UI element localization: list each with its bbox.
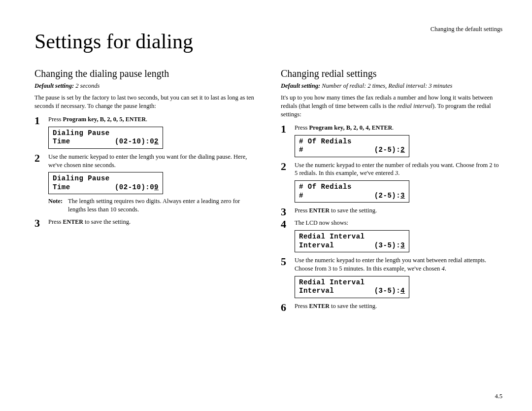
default-label: Default setting: [34, 82, 74, 89]
key-sequence: Program key, B, 2, 0, 5, [63, 116, 126, 123]
default-value: Number of redial: 2 times, Redial interv… [322, 82, 452, 89]
lcd-field-label: Interval [299, 241, 334, 250]
suffix-text: to save the setting. [330, 303, 377, 309]
lcd-field-label: Time [53, 183, 70, 192]
lcd-range: (02-10):0 [115, 183, 154, 191]
lcd-display-1: Dialing Pause Time (02-10):02 [48, 127, 163, 149]
lcd-line1: # Of Redials [299, 183, 405, 192]
page-title: Settings for dialing [34, 30, 502, 53]
step-text-a: The [295, 219, 306, 226]
right-step-3: Press ENTER to save the setting. [281, 206, 502, 215]
lcd-line2: Time (02-10):09 [53, 183, 159, 192]
lcd-display-4: # Of Redials # (2-5):3 [295, 180, 409, 203]
press-label: Press [48, 116, 63, 123]
lcd-field-label: # [299, 146, 303, 155]
note-label: Note: [48, 197, 63, 206]
enter-key: ENTER [309, 303, 330, 309]
enter-key: ENTER [309, 207, 330, 214]
lcd-field-label: # [299, 192, 303, 201]
lcd-field-label: Interval [299, 287, 334, 296]
content-columns: Changing the dialing pause length Defaul… [34, 68, 502, 314]
right-section-heading: Changing redial settings [281, 68, 502, 79]
right-step-1: Press Program key, B, 2, 0, 4, ENTER. # … [281, 124, 502, 157]
lcd-line2: # (2-5):3 [299, 192, 405, 201]
lcd-range: (2-5): [374, 146, 400, 154]
period: . [392, 124, 394, 131]
breadcrumb: Changing the default settings [431, 26, 502, 33]
right-steps-list: Press Program key, B, 2, 0, 4, ENTER. # … [281, 124, 502, 310]
left-section-heading: Changing the dialing pause length [34, 68, 256, 79]
lcd-cursor-value: 2 [154, 137, 159, 145]
suffix-text: to save the setting. [83, 218, 131, 225]
left-step-1: Press Program key, B, 2, 0, 5, ENTER. Di… [34, 115, 256, 149]
lcd-line1: Dialing Pause [53, 129, 159, 138]
default-value: 2 seconds [75, 82, 100, 89]
default-label: Default setting: [281, 82, 320, 89]
lcd-cursor-value: 3 [400, 192, 405, 200]
lcd-line2: Interval (3-5):4 [299, 287, 405, 296]
left-steps-list: Press Program key, B, 2, 0, 5, ENTER. Di… [34, 115, 256, 226]
enter-key: ENTER [372, 124, 392, 131]
right-step-6: Press ENTER to save the setting. [281, 302, 502, 310]
left-step-2: Use the numeric keypad to enter the leng… [34, 153, 256, 214]
lcd-display-3: # Of Redials # (2-5):2 [295, 135, 409, 157]
lcd-cursor-value: 3 [400, 241, 405, 249]
period: . [146, 116, 147, 123]
right-default-setting: Default setting: Number of redial: 2 tim… [281, 82, 502, 90]
left-step-3: Press ENTER to save the setting. [34, 218, 256, 226]
intro-emphasis: redial interval [397, 103, 432, 109]
lcd-line1: Dialing Pause [53, 174, 159, 183]
lcd-line2: Interval (3-5):3 [299, 241, 405, 250]
lcd-cursor-value: 4 [400, 287, 405, 295]
lcd-display-5: Redial Interval Interval (3-5):3 [295, 230, 409, 252]
note-block: Note: The length setting requires two di… [48, 197, 256, 214]
step-text-b: . [398, 170, 399, 176]
press-label: Press [295, 124, 309, 131]
enter-key: ENTER [63, 218, 83, 225]
step-text-b: now shows: [318, 219, 349, 226]
note-text: The length setting requires two digits. … [68, 198, 240, 213]
right-step-4: The LCD now shows: Redial Interval Inter… [281, 219, 502, 252]
lcd-line2: # (2-5):2 [299, 146, 405, 155]
key-sequence: Program key, B, 2, 0, 4, [309, 124, 372, 131]
suffix-text: to save the setting. [330, 207, 377, 214]
lcd-range: (02-10):0 [115, 137, 154, 145]
enter-key: ENTER [126, 116, 146, 123]
step-text-a: Use the numeric keypad to enter the leng… [295, 257, 486, 272]
lcd-line1: Redial Interval [299, 278, 405, 287]
lcd-field-label: Time [53, 137, 70, 146]
press-label: Press [295, 207, 309, 214]
lcd-cursor-value: 9 [154, 183, 159, 191]
left-intro-text: The pause is set by the factory to last … [34, 94, 256, 110]
lcd-cursor-value: 2 [400, 146, 405, 154]
lcd-line2: Time (02-10):02 [53, 137, 159, 146]
step-text-b: . [445, 265, 446, 272]
lcd-range: (3-5): [374, 241, 400, 249]
lcd-display-2: Dialing Pause Time (02-10):09 [48, 172, 163, 194]
right-intro-text: It's up to you how many times the fax re… [281, 94, 502, 119]
lcd-line1: # Of Redials [299, 137, 405, 146]
lcd-range: (3-5): [374, 287, 400, 295]
lcd-range: (2-5): [374, 192, 400, 200]
right-step-2: Use the numeric keypad to enter the numb… [281, 161, 502, 203]
right-column: Changing redial settings Default setting… [281, 68, 502, 314]
page-number: 4.5 [495, 393, 502, 400]
left-default-setting: Default setting: 2 seconds [34, 82, 256, 90]
right-step-5: Use the numeric keypad to enter the leng… [281, 256, 502, 298]
lcd-display-6: Redial Interval Interval (3-5):4 [295, 276, 409, 298]
step-text: Use the numeric keypad to enter the leng… [48, 153, 247, 169]
lcd-line1: Redial Interval [299, 233, 405, 241]
press-label: Press [295, 303, 309, 309]
lcd-abbrev: LCD [306, 219, 318, 226]
press-label: Press [48, 218, 63, 225]
left-column: Changing the dialing pause length Defaul… [34, 68, 256, 314]
